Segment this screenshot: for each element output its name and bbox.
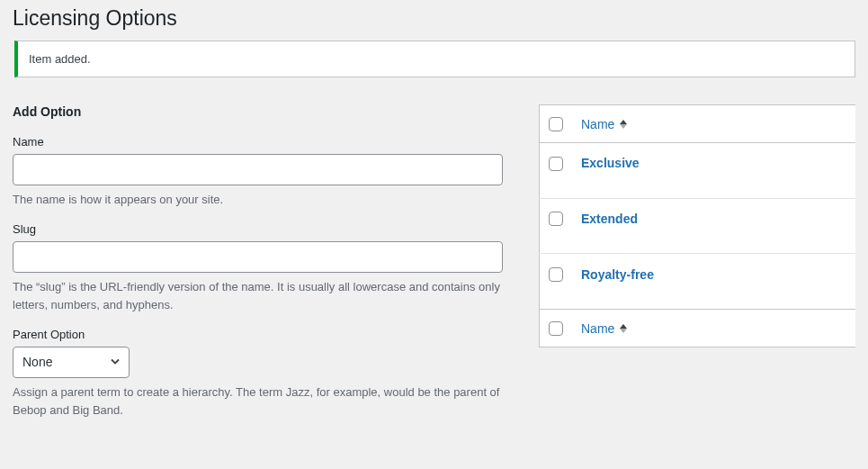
slug-description: The “slug” is the URL-friendly version o… — [13, 278, 503, 313]
notice-text: Item added. — [29, 52, 844, 66]
field-name: Name The name is how it appears on your … — [13, 135, 503, 209]
parent-description: Assign a parent term to create a hierarc… — [13, 383, 503, 419]
page-title: Licensing Options — [13, 0, 855, 36]
row-title-link[interactable]: Exclusive — [581, 156, 640, 170]
field-parent: Parent Option None Assign a parent term … — [13, 328, 503, 419]
name-input[interactable] — [13, 154, 503, 185]
row-title-link[interactable]: Royalty-free — [581, 267, 654, 282]
row-title-link[interactable]: Extended — [581, 212, 638, 226]
column-name-label-footer: Name — [581, 321, 614, 336]
sort-icon — [620, 120, 627, 129]
form-heading: Add Option — [13, 104, 503, 119]
sort-by-name-footer[interactable]: Name — [581, 321, 627, 336]
column-header-name: Name — [572, 104, 855, 142]
notice-success: Item added. — [14, 41, 855, 77]
slug-label: Slug — [13, 222, 503, 236]
row-checkbox[interactable] — [549, 157, 563, 171]
parent-label: Parent Option — [13, 328, 503, 341]
name-label: Name — [13, 135, 503, 149]
select-all-bottom[interactable] — [549, 321, 563, 336]
options-table: Name Exclusive — [539, 104, 855, 347]
table-row: Royalty-free — [540, 254, 856, 310]
sort-by-name[interactable]: Name — [581, 117, 627, 131]
table-row: Exclusive — [540, 143, 856, 199]
name-description: The name is how it appears on your site. — [13, 191, 503, 209]
slug-input[interactable] — [13, 241, 503, 273]
parent-select[interactable]: None — [13, 347, 130, 378]
row-checkbox[interactable] — [549, 267, 563, 282]
table-row: Extended — [540, 198, 856, 254]
add-option-form: Add Option Name The name is how it appea… — [13, 104, 503, 434]
row-checkbox[interactable] — [549, 212, 563, 226]
column-footer-name: Name — [572, 309, 855, 347]
footer-checkbox-cell — [540, 309, 573, 347]
select-all-top[interactable] — [549, 117, 563, 131]
field-slug: Slug The “slug” is the URL-friendly vers… — [13, 222, 503, 313]
sort-icon — [620, 324, 627, 333]
column-name-label: Name — [581, 117, 614, 131]
header-checkbox-cell — [540, 104, 573, 142]
